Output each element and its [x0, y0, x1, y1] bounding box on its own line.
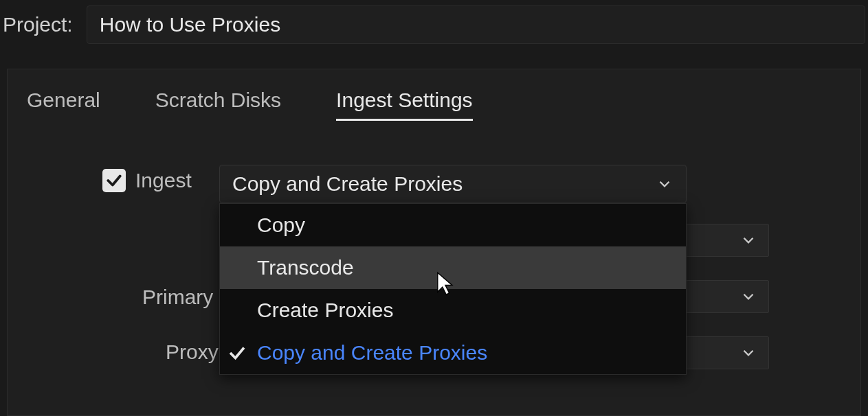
checkmark-icon — [227, 343, 247, 363]
project-name-field[interactable]: How to Use Proxies — [87, 5, 865, 44]
chevron-down-icon — [739, 231, 757, 249]
ingest-option-selected-label: Copy and Create Proxies — [257, 341, 487, 364]
ingest-checkbox[interactable] — [102, 169, 126, 192]
ingest-label: Ingest — [135, 169, 192, 192]
chevron-down-icon — [656, 175, 674, 193]
tab-bar: General Scratch Disks Ingest Settings — [27, 89, 841, 121]
ingest-dropdown-value: Copy and Create Proxies — [232, 172, 463, 196]
project-label: Project: — [3, 13, 73, 36]
tab-general[interactable]: General — [27, 89, 100, 121]
ingest-option-create-proxies[interactable]: Create Proxies — [220, 289, 686, 332]
settings-panel: General Scratch Disks Ingest Settings In… — [7, 69, 861, 416]
preset-dropdown-behind[interactable] — [680, 224, 769, 257]
primary-destination-dropdown-behind[interactable] — [680, 280, 769, 313]
chevron-down-icon — [739, 288, 757, 305]
proxy-destination-dropdown-behind[interactable] — [680, 336, 769, 369]
ingest-row: Ingest — [102, 169, 192, 192]
ingest-option-copy-and-create-proxies[interactable]: Copy and Create Proxies — [220, 332, 686, 374]
tab-scratch-disks[interactable]: Scratch Disks — [155, 89, 281, 121]
proxy-destination-label: Proxy — [166, 340, 219, 364]
checkmark-icon — [105, 172, 123, 189]
project-row: Project: How to Use Proxies — [0, 0, 868, 44]
ingest-dropdown-menu: Copy Transcode Create Proxies Copy and C… — [219, 203, 687, 375]
primary-destination-label: Primary — [142, 286, 213, 309]
tab-ingest-settings[interactable]: Ingest Settings — [336, 89, 472, 121]
ingest-dropdown[interactable]: Copy and Create Proxies — [219, 165, 687, 203]
ingest-option-copy[interactable]: Copy — [220, 204, 686, 246]
ingest-option-transcode[interactable]: Transcode — [220, 246, 686, 289]
chevron-down-icon — [739, 344, 757, 362]
